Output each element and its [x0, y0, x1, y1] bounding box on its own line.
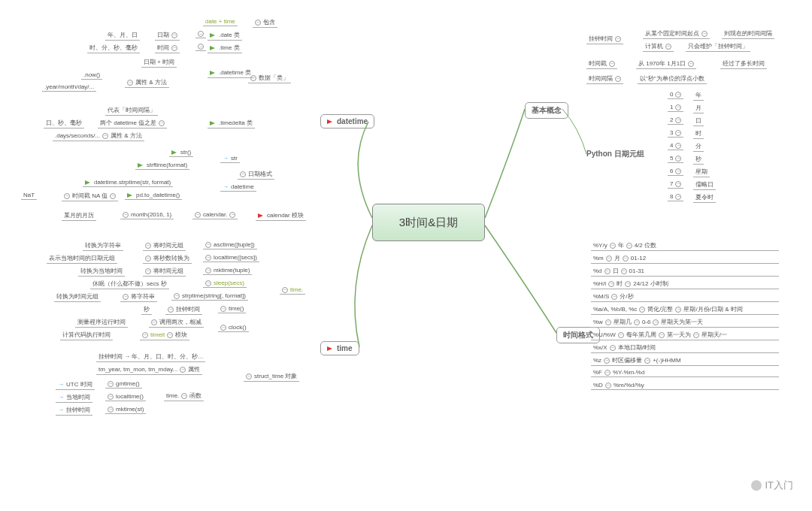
- tuple-val-7[interactable]: 儒略日: [693, 180, 716, 190]
- node-cp-wc4[interactable]: 只会维护「挂钟时间」: [686, 41, 750, 52]
- tuple-val-0[interactable]: 年: [693, 90, 704, 101]
- node-to-dt[interactable]: datetime: [220, 183, 256, 192]
- node-ymd-attr[interactable]: .year/month/day/...: [42, 83, 96, 92]
- node-datetime-lbl[interactable]: 日期 + 时间: [141, 57, 177, 68]
- node-clock[interactable]: clock(): [218, 323, 249, 332]
- node-contain[interactable]: 包含: [253, 17, 277, 28]
- tuple-val-5[interactable]: 秒: [693, 154, 704, 165]
- tuple-idx-6[interactable]: 6: [668, 167, 683, 176]
- node-cp-ts1[interactable]: 从 1970年 1月1日: [636, 59, 696, 69]
- node-strftime[interactable]: strftime(format): [135, 161, 189, 170]
- node-attrs1[interactable]: 属性 & 方法: [125, 77, 169, 88]
- node-time-lbl[interactable]: 时间: [155, 43, 180, 53]
- tuple-val-4[interactable]: 分: [693, 141, 704, 152]
- node-calmod[interactable]: calendar.: [192, 210, 238, 219]
- node-strptime2[interactable]: strptime(string[, format]): [171, 292, 248, 301]
- fmt-row-6[interactable]: %w星期几0-6星期天为第一天: [591, 317, 779, 328]
- tuple-val-8[interactable]: 夏令时: [693, 192, 716, 203]
- node-struct[interactable]: struct_time 对象: [244, 371, 299, 382]
- node-gmtime[interactable]: gmtime(): [105, 379, 142, 389]
- node-time-dot[interactable]: time.函数: [164, 391, 204, 401]
- tuple-idx-5[interactable]: 5: [668, 154, 683, 163]
- node-sleep-l[interactable]: 休眠（什么都不做）secs 秒: [90, 279, 169, 289]
- node-strptime-l2[interactable]: 将字符串: [120, 292, 157, 302]
- node-delta-diff[interactable]: 两个 datetime 值之差: [98, 118, 167, 129]
- node-struct-l1[interactable]: 挂钟时间 → 年、月、日、时、分、秒...: [96, 352, 205, 362]
- node-local[interactable]: 当地时间: [56, 392, 92, 403]
- node-timeit-l[interactable]: 计算代码执行时间: [60, 330, 113, 340]
- node-mktime2[interactable]: mktime(st): [105, 405, 146, 414]
- node-delta-attrs[interactable]: .days/seconds/...属性 & 方法: [53, 131, 144, 141]
- node-time-cls[interactable]: .time 类: [208, 43, 242, 53]
- node-clock-l2[interactable]: 调用两次，相减: [149, 317, 204, 328]
- node-cp-wallclock[interactable]: 挂钟时间: [586, 34, 623, 44]
- node-localtime-l2[interactable]: 将秒数转换为: [143, 253, 192, 264]
- fmt-row-2[interactable]: %d日01-31: [591, 266, 779, 277]
- node-hms[interactable]: 时、分、秒、毫秒: [87, 43, 140, 53]
- tuple-idx-8[interactable]: 8: [668, 192, 683, 201]
- node-data-cls[interactable]: 数据「类」: [248, 73, 291, 83]
- node-asctime-l2[interactable]: 将时间元组: [143, 240, 186, 251]
- node-datetime-cls[interactable]: .datetime 类: [208, 68, 253, 78]
- node-nat[interactable]: NaT: [21, 191, 37, 200]
- branch-concepts[interactable]: 基本概念: [525, 102, 568, 119]
- node-time-l1[interactable]: 秒: [141, 304, 152, 315]
- node-to-str[interactable]: str: [220, 154, 240, 163]
- tuple-idx-3[interactable]: 3: [668, 129, 683, 138]
- node-timemod[interactable]: time.: [280, 286, 305, 295]
- node-timeit[interactable]: timeit模块: [140, 330, 189, 340]
- fmt-row-1[interactable]: %m月01-12: [591, 253, 779, 264]
- node-cp-wc3[interactable]: 计算机: [643, 41, 674, 52]
- node-localtime2[interactable]: localtime(): [105, 392, 146, 401]
- node-pdto[interactable]: pd.to_datetime(): [125, 191, 182, 200]
- node-wallclock[interactable]: 挂钟时间: [56, 405, 92, 416]
- tuple-idx-0[interactable]: 0: [668, 90, 683, 99]
- node-delta-repr[interactable]: 代表「时间间隔」: [105, 105, 158, 116]
- node-time-l2[interactable]: 挂钟时间: [165, 304, 202, 315]
- tuple-idx-2[interactable]: 2: [668, 116, 683, 125]
- branch-time[interactable]: time: [320, 341, 359, 355]
- node-cp-iv[interactable]: 时间间隔: [586, 74, 623, 84]
- node-strptime-l1[interactable]: 转换为时间元组: [54, 292, 101, 302]
- fmt-row-8[interactable]: %x/X本地日期/时间: [591, 343, 779, 353]
- node-localtime[interactable]: localtime([secs]): [203, 253, 259, 262]
- node-date-plus-time[interactable]: date + time: [203, 17, 238, 26]
- node-mktime[interactable]: mktime(tuple): [203, 266, 252, 275]
- branch-datetuple[interactable]: Python 日期元组: [586, 149, 644, 159]
- node-timedelta-cls[interactable]: .timedelta 类: [208, 118, 255, 129]
- node-date-cls[interactable]: .date 类: [208, 30, 242, 41]
- node-cp-wc1[interactable]: 从某个固定时间起点: [643, 29, 710, 39]
- tuple-val-3[interactable]: 时: [693, 129, 704, 139]
- node-timefn[interactable]: time(): [218, 304, 246, 313]
- tuple-idx-7[interactable]: 7: [668, 180, 683, 189]
- node-sleep[interactable]: sleep(secs): [203, 279, 247, 288]
- fmt-row-4[interactable]: %M/S分/秒: [591, 292, 779, 302]
- node-str-fn[interactable]: str(): [169, 148, 193, 157]
- branch-datetime[interactable]: datetime: [320, 114, 374, 129]
- node-cp-wc2[interactable]: 到现在的时间间隔: [722, 29, 774, 39]
- node-tm-attrs[interactable]: tm_year, tm_mon, tm_mday...属性: [96, 364, 202, 375]
- node-na[interactable]: 时间戳 NA 值: [62, 191, 118, 201]
- node-cp-ts2[interactable]: 经过了多长时间: [720, 59, 767, 69]
- tuple-idx-1[interactable]: 1: [668, 103, 683, 112]
- tuple-idx-4[interactable]: 4: [668, 141, 683, 150]
- node-month[interactable]: month(2016, 1): [120, 210, 174, 219]
- tuple-val-6[interactable]: 星期: [693, 167, 710, 177]
- node-mktime-l2[interactable]: 将时间元组: [143, 266, 186, 277]
- node-utc[interactable]: UTC 时间: [56, 379, 95, 390]
- node-strptime[interactable]: datetime.strptime(str, format): [83, 178, 173, 187]
- node-monthcal[interactable]: 某月的月历: [62, 210, 96, 221]
- fmt-row-7[interactable]: %U/%W每年第几周第一天为星期天/一: [591, 330, 779, 340]
- fmt-row-11[interactable]: %D%m/%d/%y: [591, 381, 779, 390]
- node-localtime-l1[interactable]: 表示当地时间的日期元组: [47, 253, 117, 264]
- tuple-val-2[interactable]: 日: [693, 116, 704, 126]
- tuple-val-1[interactable]: 月: [693, 103, 704, 113]
- center-node[interactable]: 3时间&日期: [372, 204, 485, 241]
- node-mktime-l1[interactable]: 转换为当地时间: [78, 266, 125, 277]
- node-datefmt[interactable]: 日期格式: [238, 169, 274, 180]
- node-date-lbl[interactable]: 日期: [155, 30, 180, 41]
- node-dhms[interactable]: 日、秒、毫秒: [44, 118, 84, 129]
- fmt-row-10[interactable]: %F%Y-%m-%d: [591, 368, 779, 377]
- node-clock-l1[interactable]: 测量程序运行时间: [75, 317, 128, 328]
- node-calendar[interactable]: calendar 模块: [256, 210, 306, 221]
